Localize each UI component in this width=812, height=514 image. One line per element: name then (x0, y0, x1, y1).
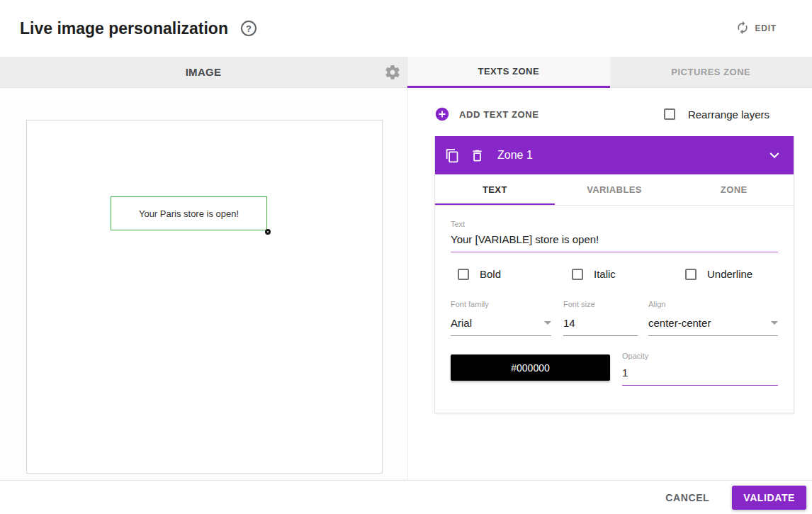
align-select[interactable]: center-center (648, 313, 778, 336)
underline-checkbox[interactable] (685, 269, 697, 280)
rearrange-layers-checkbox[interactable] (664, 108, 675, 120)
bold-label: Bold (480, 268, 501, 280)
font-family-field: Font family Arial (451, 300, 551, 336)
text-field-label: Text (451, 220, 778, 228)
help-icon[interactable]: ? (241, 21, 256, 36)
cancel-button[interactable]: CANCEL (655, 486, 719, 509)
live-image-personalization-app: Live image personalization ? EDIT IMAGE … (0, 0, 812, 514)
zone-tabs: TEXT VARIABLES ZONE (435, 174, 794, 206)
font-family-select[interactable]: Arial (451, 313, 551, 336)
underline-label: Underline (707, 268, 752, 280)
zone-tab-variables[interactable]: VARIABLES (555, 174, 675, 205)
image-panel-header: IMAGE (0, 57, 407, 88)
add-text-zone-label: ADD TEXT ZONE (459, 109, 539, 120)
add-text-zone-button[interactable]: ADD TEXT ZONE (434, 106, 539, 122)
font-family-value: Arial (451, 317, 472, 329)
canvas-text-zone[interactable]: Your Paris store is open! (111, 196, 267, 230)
header: Live image personalization ? EDIT (0, 0, 812, 57)
color-opacity-row: #000000 Opacity (451, 354, 778, 386)
zone-header[interactable]: Zone 1 (435, 136, 794, 174)
zone-tab-zone[interactable]: ZONE (674, 174, 794, 205)
dropdown-caret-icon (544, 321, 551, 325)
sync-icon (735, 21, 750, 37)
bold-checkbox[interactable] (458, 269, 469, 280)
dropdown-caret-icon (771, 321, 778, 325)
underline-toggle[interactable]: Underline (685, 268, 752, 280)
resize-handle[interactable] (265, 229, 271, 235)
bold-toggle[interactable]: Bold (458, 268, 572, 280)
image-panel-title: IMAGE (186, 66, 222, 78)
align-value: center-center (648, 317, 711, 329)
italic-label: Italic (594, 268, 616, 280)
font-size-label: Font size (563, 300, 638, 308)
add-circle-icon (434, 106, 450, 122)
tab-pictures-zone[interactable]: PICTURES ZONE (610, 57, 812, 88)
trash-icon (470, 148, 485, 163)
zone-title: Zone 1 (497, 149, 533, 162)
align-field: Align center-center (648, 300, 778, 336)
rearrange-layers-label: Rearrange layers (688, 108, 769, 121)
font-size-field: Font size (563, 300, 638, 336)
image-canvas[interactable]: Your Paris store is open! (26, 120, 383, 474)
text-field-input[interactable] (451, 228, 778, 252)
edit-button[interactable]: EDIT (735, 21, 777, 37)
opacity-field: Opacity (622, 352, 778, 386)
copy-icon (445, 148, 460, 163)
opacity-input[interactable] (622, 363, 778, 386)
validate-button[interactable]: VALIDATE (732, 486, 806, 510)
zone-actions-row: ADD TEXT ZONE Rearrange layers (434, 106, 769, 122)
align-label: Align (648, 300, 778, 308)
edit-button-label: EDIT (755, 23, 777, 33)
canvas-text-zone-text: Your Paris store is open! (139, 208, 239, 219)
panel-headers: IMAGE TEXTS ZONE PICTURES ZONE (0, 57, 812, 88)
texts-zone-panel: ADD TEXT ZONE Rearrange layers Zone 1 (407, 88, 812, 480)
font-family-label: Font family (451, 300, 551, 308)
delete-zone-button[interactable] (470, 148, 485, 163)
zone-text-form: Text Bold Italic Underline (435, 206, 794, 413)
style-toggles-row: Bold Italic Underline (451, 268, 778, 280)
tab-texts-zone[interactable]: TEXTS ZONE (407, 57, 610, 88)
color-swatch-button[interactable]: #000000 (451, 354, 610, 381)
gear-icon[interactable] (384, 64, 401, 81)
page-title: Live image personalization (20, 19, 228, 38)
opacity-label: Opacity (622, 352, 778, 360)
italic-checkbox[interactable] (572, 269, 583, 280)
font-size-input[interactable] (563, 313, 638, 336)
rearrange-layers-toggle[interactable]: Rearrange layers (664, 108, 769, 121)
chevron-down-icon[interactable] (765, 146, 784, 164)
italic-toggle[interactable]: Italic (572, 268, 685, 280)
zone-tab-text[interactable]: TEXT (435, 174, 555, 205)
duplicate-zone-button[interactable] (445, 148, 460, 163)
footer: CANCEL VALIDATE (0, 480, 812, 514)
zone-card: Zone 1 TEXT VARIABLES ZONE Text (434, 136, 794, 413)
font-settings-row: Font family Arial Font size Align cen (451, 300, 778, 336)
text-field: Text (451, 220, 778, 252)
image-canvas-panel: Your Paris store is open! (0, 88, 407, 480)
